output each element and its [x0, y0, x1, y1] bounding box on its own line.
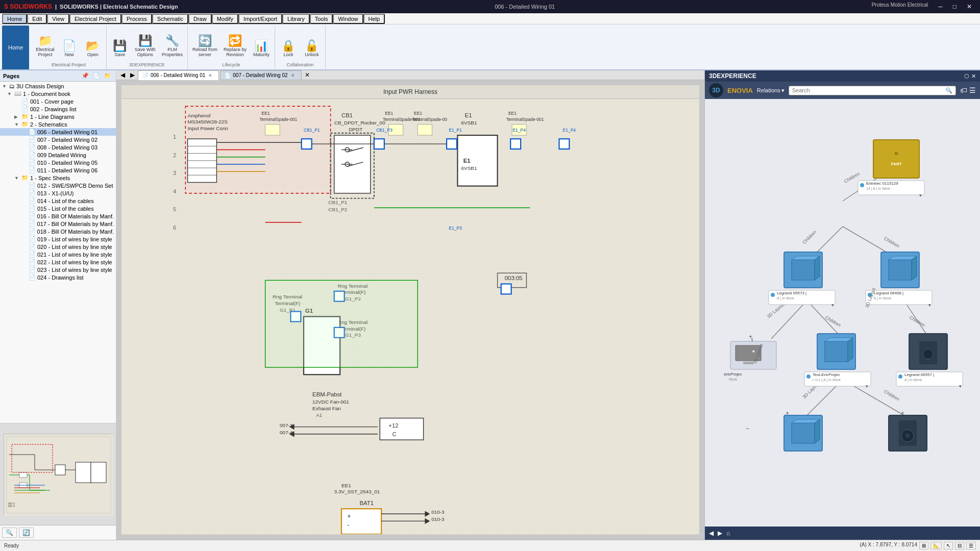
new-button[interactable]: 📄 New	[58, 39, 81, 59]
pages-pin-button[interactable]: 📌	[80, 72, 90, 80]
menu-draw[interactable]: Draw	[188, 14, 212, 24]
plm-properties-button[interactable]: 🔧 PLMProperties	[159, 34, 185, 59]
menu-library[interactable]: Library	[282, 14, 310, 24]
tree-item-wires-020[interactable]: 📄 020 - List of wires by line style	[0, 243, 116, 251]
pages-folder-button[interactable]: 📁	[103, 72, 113, 80]
tree-item-doc-book[interactable]: ▼ 📖 1 - Document book	[0, 90, 116, 97]
close-button[interactable]: ✕	[963, 2, 976, 11]
pages-new-button[interactable]: 📄	[91, 72, 102, 80]
svg-text:BAT1: BAT1	[359, 500, 374, 506]
expander-line: ▶	[14, 114, 21, 119]
tree-item-wiring-06[interactable]: 📄 011 - Detailed Wiring 06	[0, 166, 116, 174]
tab-nav-prev[interactable]: ◀	[118, 70, 127, 80]
select-mode-button[interactable]: ↖	[944, 542, 953, 549]
right-menu-button[interactable]: ☰	[969, 86, 976, 94]
right-header-expand[interactable]: ⬡	[964, 73, 969, 80]
tab-wiring-02[interactable]: 📄 007 - Detailed Wiring 02 ✕	[220, 70, 301, 80]
tab-wiring-01[interactable]: 📄 006 - Detailed Wiring 01 ✕	[138, 70, 219, 80]
tree-item-schematics[interactable]: ▼ 📁 2 - Schematics	[0, 120, 116, 128]
replace-icon: 🔁	[228, 35, 242, 46]
svg-text:C: C	[392, 431, 396, 437]
ribbon-home-tab[interactable]: Home	[2, 26, 29, 69]
tree-item-3u-chassis[interactable]: ▼ 🗂 3U Chassis Design	[0, 83, 116, 90]
save-button[interactable]: 💾 Save	[109, 39, 131, 59]
menu-edit[interactable]: Edit	[27, 14, 47, 24]
tree-item-drawings[interactable]: 📄 002 - Drawings list	[0, 105, 116, 113]
tree-item-wiring-05[interactable]: 📄 010 - Detailed Wiring 05	[0, 159, 116, 166]
menu-tools[interactable]: Tools	[310, 14, 333, 24]
tree-item-wiring-03[interactable]: 📄 008 - Detailed Wiring 03	[0, 143, 116, 151]
lock-button[interactable]: 🔒 Lock	[277, 39, 300, 59]
view-mode-button[interactable]: ☰	[966, 542, 976, 549]
tab-nav-close[interactable]: ✕	[303, 70, 312, 80]
drawing-title: Input PWR Harness	[121, 85, 699, 99]
replace-by-revision-button[interactable]: 🔁 Replace byRevision	[221, 34, 249, 59]
tree-item-cables-014[interactable]: 📄 014 - List of the cables	[0, 197, 116, 205]
menu-process[interactable]: Process	[121, 14, 152, 24]
grid-toggle-button[interactable]: ⊞	[919, 542, 928, 549]
menu-import-export[interactable]: Import/Export	[238, 14, 282, 24]
close-tab-01[interactable]: ✕	[207, 73, 213, 78]
tree-item-wiring-02[interactable]: 📄 007 - Detailed Wiring 02	[0, 136, 116, 143]
tree-item-drawings-024[interactable]: 📄 024 - Drawings list	[0, 273, 116, 281]
svg-text:+12: +12	[388, 422, 398, 429]
tree-item-x1[interactable]: 📄 013 - X1-(U/U)	[0, 189, 116, 197]
expander-3u: ▼	[2, 84, 9, 89]
node-legrand1[interactable]	[784, 252, 822, 288]
tree-item-wires-023[interactable]: 📄 023 - List of wires by line style	[0, 266, 116, 273]
right-search-input[interactable]	[792, 87, 943, 93]
tree-item-spec-sheets[interactable]: ▼ 📁 1 - Spec Sheets	[0, 174, 116, 182]
tree-item-bom-018[interactable]: 📄 018 - Bill Of Materials by Manf.	[0, 228, 116, 235]
save-with-options-button[interactable]: 💾 Save WithOptions	[132, 34, 158, 59]
unlock-button[interactable]: 🔓 Unlock	[301, 39, 323, 59]
tree-item-wiring-04[interactable]: 📄 009 Detailed Wiring	[0, 151, 116, 159]
right-forward-button[interactable]: ▶	[718, 530, 722, 537]
zoom-fit-button[interactable]: ⊟	[955, 542, 964, 549]
tree-item-swe[interactable]: 📄 012 - SWE/SWPCB Demo Set	[0, 182, 116, 189]
relations-button[interactable]: Relations ▾	[757, 87, 785, 94]
menu-modify[interactable]: Modify	[212, 14, 238, 24]
main-layout: Pages 📌 📄 📁 ▼ 🗂 3U Chassis Design ▼ 📖 1 …	[0, 70, 980, 540]
electrical-project-button[interactable]: 📁 ElectricalProject	[33, 34, 57, 59]
tree-item-wires-021[interactable]: 📄 021 - List of wires by line style	[0, 251, 116, 258]
right-back-button[interactable]: ◀	[709, 530, 714, 537]
right-header-close[interactable]: ✕	[971, 73, 976, 80]
menu-electrical-project[interactable]: Electrical Project	[69, 14, 121, 24]
right-home-button[interactable]: ⌂	[726, 530, 730, 537]
menu-help[interactable]: Help	[363, 14, 385, 24]
svg-text:+: +	[749, 333, 752, 340]
node-legrand3[interactable]	[909, 334, 947, 369]
menu-home[interactable]: Home	[2, 14, 27, 24]
tree-item-wires-022[interactable]: 📄 022 - List of wires by line style	[0, 258, 116, 266]
close-tab-02[interactable]: ✕	[290, 73, 296, 78]
tree-item-wires-019[interactable]: 📄 019 - List of wires by line style	[0, 235, 116, 243]
snap-toggle-button[interactable]: 📐	[930, 542, 942, 549]
node-legrand2[interactable]	[881, 252, 919, 288]
node-entrelec[interactable]: ⚙ PART	[873, 140, 919, 178]
tree-item-wiring-01[interactable]: 📄 006 - Detailed Wiring 01	[0, 128, 116, 136]
tree-item-bom-016[interactable]: 📄 016 - Bill Of Materials by Manf.	[0, 212, 116, 220]
tree-item-line-diagrams[interactable]: ▶ 📁 1 - Line Diagrams	[0, 113, 116, 120]
menu-window[interactable]: Window	[333, 14, 363, 24]
node-test-eric1[interactable]	[817, 334, 855, 369]
minimize-button[interactable]: ─	[934, 2, 947, 11]
right-bookmark-button[interactable]: 🏷	[960, 86, 967, 94]
status-box-eric[interactable]: ■	[730, 341, 776, 369]
menu-view[interactable]: View	[47, 14, 69, 24]
maturity-button[interactable]: 📊 Maturity	[250, 39, 273, 59]
tab-nav-next[interactable]: ▶	[128, 70, 137, 80]
maximize-button[interactable]: □	[949, 2, 961, 11]
icon-drawings: 📄	[21, 106, 29, 112]
drawing-area[interactable]: Input PWR Harness 1 2 3	[116, 80, 704, 540]
reload-from-server-button[interactable]: 🔄 Reload fromserver	[190, 34, 220, 59]
tree-item-cover[interactable]: 📄 001 - Cover page	[0, 97, 116, 105]
node-blue-bottom[interactable]	[784, 415, 822, 451]
tree-item-cables-015[interactable]: 📄 015 - List of the cables	[0, 205, 116, 212]
node-dark-bottom[interactable]: ○	[889, 415, 927, 451]
zoom-in-preview-button[interactable]: 🔍	[2, 528, 17, 538]
new-label: New	[65, 53, 74, 58]
refresh-preview-button[interactable]: 🔄	[19, 528, 34, 538]
tree-item-bom-017[interactable]: 📄 017 - Bill Of Materials by Manf.	[0, 220, 116, 228]
open-button[interactable]: 📂 Open	[82, 39, 104, 59]
menu-schematic[interactable]: Schematic	[152, 14, 188, 24]
